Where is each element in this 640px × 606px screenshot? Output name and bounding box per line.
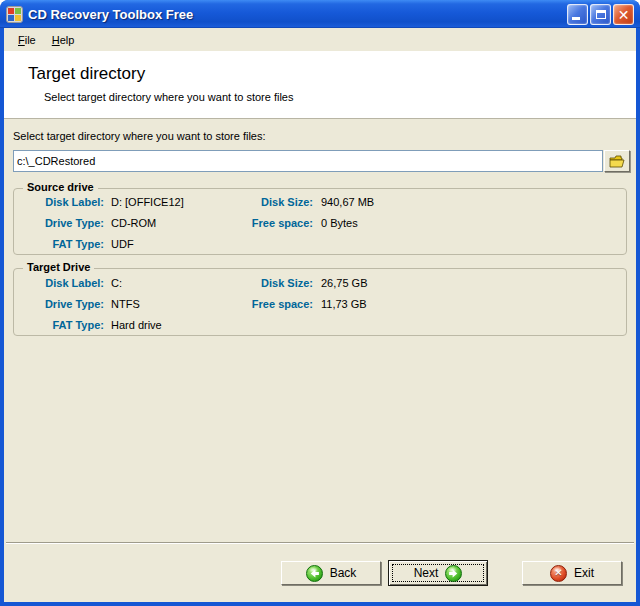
fat-type-label: FAT Type: <box>22 238 104 250</box>
source-drive-group: Source drive Disk Label: D: [OFFICE12] D… <box>13 188 627 255</box>
fat-type-label: FAT Type: <box>22 319 104 331</box>
wizard-header: Target directory Select target directory… <box>4 51 636 119</box>
drive-type-value: CD-ROM <box>111 217 156 229</box>
target-row-2: Drive Type: NTFS Free space: 11,73 GB <box>14 298 626 312</box>
button-bar-divider <box>6 542 634 544</box>
disk-label-label: Disk Label: <box>22 277 104 289</box>
disk-size-label: Disk Size: <box>194 196 313 208</box>
disk-label-value: D: [OFFICE12] <box>111 196 184 208</box>
disk-label-label: Disk Label: <box>22 196 104 208</box>
close-icon: ✕ <box>614 6 633 24</box>
red-x-icon: ✕ <box>550 565 567 582</box>
free-space-label: Free space: <box>194 217 313 229</box>
windows-squares-icon <box>6 6 23 23</box>
target-directory-label: Select target directory where you want t… <box>13 130 266 142</box>
free-space-label: Free space: <box>194 298 313 310</box>
drive-type-value: NTFS <box>111 298 140 310</box>
menu-item-file[interactable]: File <box>11 32 43 48</box>
maximize-icon <box>596 10 606 19</box>
drive-type-label: Drive Type: <box>22 298 104 310</box>
menu-item-help[interactable]: Help <box>45 32 82 48</box>
disk-size-value: 940,67 MB <box>321 196 374 208</box>
page-title: Target directory <box>28 64 636 84</box>
source-row-3: FAT Type: UDF <box>14 238 626 252</box>
disk-size-value: 26,75 GB <box>321 277 367 289</box>
minimize-icon <box>572 17 580 20</box>
exit-button[interactable]: ✕ Exit <box>522 561 622 585</box>
fat-type-value: Hard drive <box>111 319 162 331</box>
target-directory-input[interactable] <box>13 150 603 172</box>
source-drive-group-title: Source drive <box>23 181 98 193</box>
exit-button-label: Exit <box>574 566 594 580</box>
fat-type-value: UDF <box>111 238 134 250</box>
maximize-button[interactable] <box>590 4 611 25</box>
free-space-value: 0 Bytes <box>321 217 358 229</box>
page-subtitle: Select target directory where you want t… <box>44 91 636 103</box>
back-button-label: Back <box>330 566 357 580</box>
next-button[interactable]: Next <box>388 560 488 586</box>
source-row-2: Drive Type: CD-ROM Free space: 0 Bytes <box>14 217 626 231</box>
browse-folder-button[interactable] <box>604 150 630 172</box>
disk-size-label: Disk Size: <box>194 277 313 289</box>
back-button[interactable]: Back <box>281 561 381 585</box>
next-button-label: Next <box>414 566 439 580</box>
client-area: Select target directory where you want t… <box>4 119 636 602</box>
free-space-value: 11,73 GB <box>321 298 367 310</box>
app-window: CD Recovery Toolbox Free ✕ File Help Tar… <box>0 0 640 606</box>
target-row-3: FAT Type: Hard drive <box>14 319 626 333</box>
source-row-1: Disk Label: D: [OFFICE12] Disk Size: 940… <box>14 196 626 210</box>
target-drive-group-title: Target Drive <box>23 261 94 273</box>
minimize-button[interactable] <box>567 4 588 25</box>
menu-bar: File Help <box>4 28 636 51</box>
title-bar: CD Recovery Toolbox Free ✕ <box>0 0 640 28</box>
green-left-arrow-icon <box>306 565 323 582</box>
disk-label-value: C: <box>111 277 122 289</box>
window-title: CD Recovery Toolbox Free <box>28 7 565 22</box>
open-folder-icon <box>609 155 625 168</box>
drive-type-label: Drive Type: <box>22 217 104 229</box>
target-row-1: Disk Label: C: Disk Size: 26,75 GB <box>14 277 626 291</box>
green-right-arrow-icon <box>445 565 462 582</box>
close-button[interactable]: ✕ <box>613 4 634 25</box>
target-drive-group: Target Drive Disk Label: C: Disk Size: 2… <box>13 268 627 336</box>
